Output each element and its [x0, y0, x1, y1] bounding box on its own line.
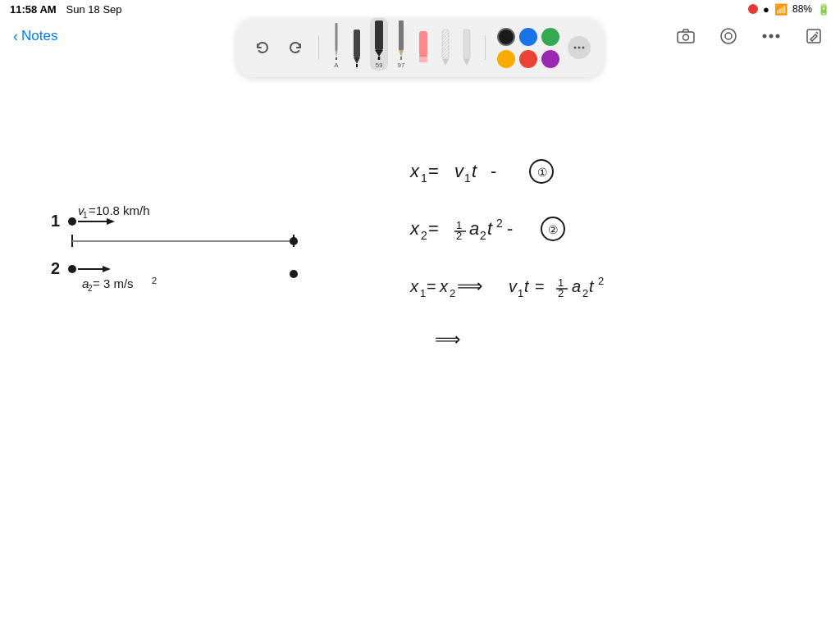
pen-label-thick: 59 [376, 62, 383, 69]
status-time: 11:58 AM [10, 3, 57, 16]
record-indicator [748, 4, 758, 14]
svg-marker-18 [399, 50, 404, 57]
divider-2 [485, 35, 486, 60]
svg-text:②: ② [548, 223, 559, 236]
pen-label-1: A [334, 62, 338, 69]
battery-percent: 88% [792, 3, 812, 15]
battery-icon: 🔋 [817, 3, 830, 16]
canvas-area[interactable]: 1 v 1 =10.8 km/h 2 a 2 = 3 m/s 2 [0, 54, 840, 630]
color-blue[interactable] [519, 28, 537, 46]
color-red[interactable] [519, 50, 537, 68]
svg-text:x: x [409, 277, 419, 295]
chevron-left-icon: ‹ [13, 28, 18, 45]
svg-text:-: - [491, 161, 496, 181]
svg-text:1: 1 [420, 287, 426, 299]
pen-tool-textured-2[interactable] [459, 26, 475, 71]
status-date: Sun 18 Sep [66, 3, 122, 16]
svg-point-41 [290, 237, 298, 245]
pen-label-light: 97 [398, 62, 405, 69]
svg-marker-12 [354, 57, 360, 64]
svg-text:2: 2 [480, 229, 486, 242]
svg-text:=: = [428, 161, 439, 181]
handwriting-canvas: 1 v 1 =10.8 km/h 2 a 2 = 3 m/s 2 [0, 54, 840, 630]
compose-button[interactable] [801, 23, 827, 49]
svg-text:=: = [428, 218, 439, 239]
svg-text:2: 2 [421, 229, 427, 242]
svg-text:t: t [589, 277, 595, 295]
svg-text:2: 2 [582, 287, 588, 299]
svg-text:x: x [409, 218, 420, 239]
svg-rect-23 [442, 30, 449, 59]
status-left: 11:58 AM Sun 18 Sep [10, 3, 122, 16]
svg-text:x: x [439, 277, 449, 295]
undo-button[interactable] [249, 34, 276, 61]
svg-marker-45 [103, 266, 111, 272]
svg-text:①: ① [537, 166, 548, 179]
svg-text:a: a [469, 218, 479, 239]
more-button[interactable] [568, 36, 591, 59]
svg-text:2: 2 [152, 276, 157, 285]
svg-rect-0 [678, 32, 694, 43]
svg-text:2: 2 [598, 275, 604, 287]
pen-tool-thick[interactable]: 59 [370, 17, 388, 71]
svg-text:=10.8 km/h: =10.8 km/h [89, 203, 150, 217]
nav-right-icons [673, 23, 827, 49]
svg-text:=: = [535, 277, 545, 295]
svg-rect-26 [463, 30, 470, 59]
color-black[interactable] [497, 28, 515, 46]
ellipsis-button[interactable] [758, 23, 784, 49]
svg-rect-17 [399, 21, 404, 50]
pen-tool-eraser[interactable] [414, 28, 432, 71]
svg-text:t: t [487, 218, 493, 239]
redo-button[interactable] [282, 34, 308, 61]
at-symbol-button[interactable] [715, 23, 742, 49]
back-label: Notes [21, 28, 57, 44]
svg-rect-20 [419, 31, 427, 56]
svg-point-3 [725, 33, 732, 39]
color-green[interactable] [541, 28, 559, 46]
pen-tool-medium[interactable] [349, 26, 365, 71]
svg-text:2: 2 [558, 287, 564, 299]
svg-point-2 [721, 29, 736, 43]
svg-text:2: 2 [456, 230, 462, 242]
svg-text:x: x [409, 161, 420, 181]
color-yellow[interactable] [497, 50, 515, 68]
svg-text:v: v [509, 277, 518, 295]
color-purple[interactable] [541, 50, 559, 68]
svg-marker-9 [336, 51, 338, 57]
svg-point-4 [763, 34, 767, 39]
svg-point-1 [683, 34, 689, 40]
svg-text:2: 2 [51, 259, 60, 277]
svg-point-28 [574, 47, 577, 49]
svg-marker-15 [375, 50, 383, 57]
svg-text:1: 1 [421, 171, 427, 185]
pen-tool-textured-1[interactable] [437, 26, 454, 71]
svg-text:a: a [572, 277, 581, 295]
svg-text:1: 1 [51, 212, 60, 230]
svg-marker-25 [442, 59, 449, 66]
svg-point-30 [582, 47, 585, 49]
back-button[interactable]: ‹ Notes [13, 28, 57, 45]
svg-point-5 [769, 34, 774, 39]
svg-text:⟹: ⟹ [457, 276, 483, 296]
svg-text:1: 1 [518, 287, 523, 299]
svg-text:t: t [472, 161, 477, 181]
svg-text:2: 2 [496, 217, 503, 230]
svg-text:=: = [427, 277, 436, 295]
svg-text:-: - [507, 218, 513, 239]
svg-text:= 3 m/s: = 3 m/s [93, 276, 134, 290]
divider-1 [318, 35, 319, 60]
pen-tool-thin[interactable]: A [329, 20, 344, 71]
svg-point-29 [578, 47, 581, 49]
svg-text:t: t [524, 277, 530, 295]
svg-rect-21 [419, 56, 427, 62]
svg-text:2: 2 [450, 287, 455, 299]
svg-marker-34 [107, 218, 115, 225]
svg-point-50 [290, 270, 298, 278]
toolbar: A 59 [236, 18, 604, 77]
svg-point-43 [68, 265, 76, 273]
svg-point-32 [68, 217, 76, 226]
status-bar: 11:58 AM Sun 18 Sep ● 📶 88% 🔋 [0, 0, 840, 18]
camera-button[interactable] [673, 23, 699, 49]
pen-tool-light[interactable]: 97 [393, 17, 409, 71]
